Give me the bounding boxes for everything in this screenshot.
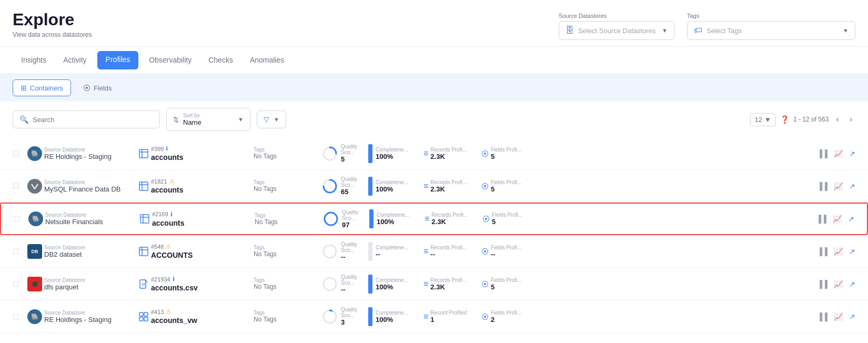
subtab-fields-label: Fields (94, 84, 112, 92)
quality-score-label: Quality Sco... (341, 144, 368, 155)
svg-rect-6 (139, 182, 148, 190)
subtab-fields[interactable]: ⦿ Fields (75, 79, 120, 96)
source-datastores-placeholder: Select Source Datastores (578, 27, 658, 35)
header-left: Explore View data across datastores (13, 11, 92, 38)
completeness-bar (368, 144, 372, 163)
tab-activity[interactable]: Activity (55, 48, 95, 73)
bar-chart-icon[interactable]: ▐▐ (817, 280, 827, 288)
container-name[interactable]: accounts (151, 153, 254, 162)
info-icon[interactable]: ℹ (170, 211, 173, 218)
ds-icon-col: 🐘 (25, 309, 44, 324)
pagination-prev-button[interactable]: ‹ (833, 114, 842, 125)
fields-icon: ⦿ (482, 215, 490, 223)
bookmark-icon[interactable]: ☐ (14, 215, 21, 223)
expand-icon[interactable]: ↗ (849, 247, 855, 256)
tab-profiles[interactable]: Profiles (97, 51, 139, 69)
help-icon[interactable]: ❓ (780, 115, 789, 124)
mysql-icon (27, 179, 42, 194)
tags-col-label: Tags (254, 277, 322, 283)
actions-col: ▐▐ 📈 ↗ (816, 215, 854, 223)
svg-rect-23 (144, 312, 148, 316)
completeness-bar (368, 177, 372, 196)
bookmark-col: ☐ (13, 149, 25, 158)
fields-metric: ⦿ Fields Profi... -- (481, 245, 531, 258)
tags-select[interactable]: 🏷 Select Tags ▼ (687, 21, 855, 40)
completeness-label: Completene... (376, 147, 408, 153)
warning-icon[interactable]: ⚠ (169, 178, 175, 185)
filter-button[interactable]: ▽ ▼ (257, 110, 286, 128)
bar-chart-icon[interactable]: ▐▐ (816, 215, 826, 223)
page-size-select[interactable]: 12 ▼ (750, 113, 776, 126)
container-name[interactable]: accounts.csv (151, 284, 254, 292)
fields-label: Fields Profi... (492, 212, 522, 218)
records-label: Records Profi... (430, 245, 467, 250)
tags-col-label: Tags (254, 147, 322, 153)
tags-group: Tags 🏷 Select Tags ▼ (687, 13, 855, 40)
trend-icon[interactable]: 📈 (833, 215, 842, 223)
mysql-logo (30, 181, 39, 191)
pagination-next-button[interactable]: › (846, 114, 855, 125)
tags-col-value: No Tags (254, 250, 322, 258)
trend-icon[interactable]: 📈 (834, 182, 843, 190)
postgres-icon: 🐘 (27, 146, 42, 161)
container-name[interactable]: accounts_vw (151, 316, 254, 325)
bar-chart-icon[interactable]: ▐▐ (817, 312, 827, 321)
completeness-value: 100% (377, 218, 409, 226)
expand-icon[interactable]: ↗ (849, 280, 855, 288)
quality-score-label: Quality Sco... (341, 241, 368, 253)
info-icon[interactable]: ℹ (173, 276, 175, 283)
tab-anomalies[interactable]: Anomalies (241, 48, 292, 73)
expand-icon[interactable]: ↗ (849, 312, 855, 321)
id-badge: #2169 ℹ (152, 211, 255, 218)
trend-icon[interactable]: 📈 (834, 247, 843, 256)
completeness-value: 100% (376, 153, 408, 160)
tags-col-label: Tags (254, 310, 322, 316)
completeness-label: Completene... (377, 212, 409, 218)
fields-metric: ⦿ Fields Profi... 5 (481, 147, 531, 160)
expand-icon[interactable]: ↗ (849, 182, 855, 190)
completeness-metric: Completene... 100% (368, 177, 423, 196)
bookmark-icon[interactable]: ☐ (13, 149, 19, 158)
sort-select[interactable]: ⇅ Sort by Name ▼ (166, 108, 250, 131)
info-icon[interactable]: ℹ (166, 145, 168, 152)
warning-icon[interactable]: ⚠ (166, 308, 171, 315)
tab-insights[interactable]: Insights (13, 48, 55, 73)
filter-chevron-icon: ▼ (274, 116, 279, 123)
records-text: Record Profiled 1 (430, 310, 467, 324)
expand-icon[interactable]: ↗ (848, 215, 854, 223)
container-name[interactable]: ACCOUNTS (151, 251, 254, 259)
completeness-label: Completene... (376, 277, 408, 283)
bookmark-icon[interactable]: ☐ (13, 280, 19, 288)
bookmark-icon[interactable]: ☐ (13, 247, 19, 256)
trend-icon[interactable]: 📈 (834, 280, 843, 288)
svg-rect-24 (139, 317, 143, 321)
bar-chart-icon[interactable]: ▐▐ (817, 247, 827, 256)
subtab-containers[interactable]: ⊞ Containers (13, 79, 71, 96)
bar-chart-icon[interactable]: ▐▐ (817, 182, 827, 190)
quality-score-value: 3 (341, 318, 368, 326)
search-box: 🔍 (13, 110, 160, 128)
quality-circle-icon (322, 244, 338, 259)
trend-icon[interactable]: 📈 (834, 149, 843, 158)
warning-icon[interactable]: ⚠ (166, 243, 171, 250)
records-icon: ≡ (423, 279, 428, 289)
fields-col: ⦿ Fields Profi... -- (481, 245, 531, 258)
source-datastores-select[interactable]: 🗄 Select Source Datastores ▼ (559, 21, 674, 40)
svg-point-17 (324, 245, 336, 258)
expand-icon[interactable]: ↗ (849, 149, 855, 158)
fields-icon: ⦿ (481, 182, 489, 190)
completeness-label: Completene... (376, 245, 408, 250)
fields-label: Fields Profi... (491, 245, 521, 250)
page-size-chevron-icon: ▼ (764, 116, 771, 124)
bookmark-icon[interactable]: ☐ (13, 312, 19, 321)
tab-checks[interactable]: Checks (200, 48, 241, 73)
container-name[interactable]: accounts (151, 186, 254, 194)
tab-observability[interactable]: Observability (140, 48, 200, 73)
trend-icon[interactable]: 📈 (834, 312, 843, 321)
search-input[interactable] (33, 116, 153, 124)
bookmark-icon[interactable]: ☐ (13, 182, 19, 190)
page-container: Explore View data across datastores Sour… (0, 0, 868, 343)
grid-icon: ⊞ (21, 84, 27, 92)
container-name[interactable]: accounts (152, 219, 255, 227)
bar-chart-icon[interactable]: ▐▐ (817, 149, 827, 158)
